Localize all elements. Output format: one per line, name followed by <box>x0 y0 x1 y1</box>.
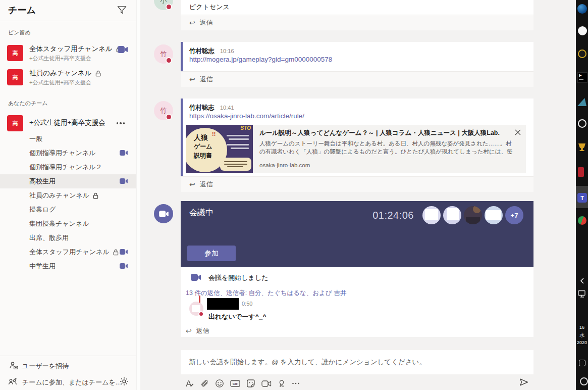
channel-conversation-pane: 小 ピクトセンス ↩ 返信 竹 竹村聡志10:16 http://mogera.… <box>137 0 576 390</box>
reply-button[interactable]: ↩ 返信 <box>186 326 209 335</box>
channel-name: 高校生用 <box>29 174 56 188</box>
show-hidden-icons-chevron[interactable] <box>579 277 585 284</box>
meeting-camera-icon[interactable] <box>118 46 128 53</box>
gear-icon[interactable] <box>120 377 129 386</box>
presence-busy-indicator <box>198 311 204 317</box>
team-header-row[interactable]: 高 +公式生徒用+高卒支援会 <box>0 114 136 132</box>
taskbar-app-icon[interactable] <box>578 119 586 128</box>
link-preview-title: ルール説明～人狼ってどんなゲーム？～ | 人狼コラム・人狼ニュース | 大阪人狼… <box>259 129 513 137</box>
taskbar-app-icon[interactable] <box>577 4 587 14</box>
svg-text:GIF: GIF <box>233 382 238 385</box>
format-icon[interactable] <box>185 379 194 387</box>
message-link[interactable]: http://mogera.jp/gameplay?gid=gm00000005… <box>189 56 332 63</box>
reply-arrow-icon: ↩ <box>186 327 192 335</box>
meeting-started-text: 会議を開始しました <box>208 273 269 282</box>
meeting-camera-icon[interactable] <box>120 249 128 255</box>
meeting-card-body: 会議を開始しました 13 件の返信、送信者: 自分、たぐちはるな、および 吉井 … <box>181 267 533 337</box>
participant-avatar <box>485 206 503 224</box>
sidebar-header: チーム <box>0 0 136 21</box>
pinned-channel-subtitle: +公式生徒用+高卒支援会 <box>29 79 91 86</box>
participant-avatar <box>464 206 482 224</box>
message-header: 竹村聡志10:41 <box>189 103 234 112</box>
sidebar-channel-item[interactable]: 社員のみチャンネル <box>0 188 136 203</box>
sidebar-channel-item[interactable]: 個別指導用チャンネル２ <box>0 160 136 174</box>
close-icon[interactable] <box>515 129 521 135</box>
channel-name: 一般 <box>29 132 42 146</box>
teams-sidebar: チーム ピン留め 高 全体スタッフ用チャンネル +公式生徒用+高卒支援会 高 社… <box>0 0 136 390</box>
taskbar-app-icon[interactable] <box>578 143 585 151</box>
more-options-icon[interactable] <box>117 122 125 124</box>
taskbar-tray-icon[interactable] <box>580 377 588 385</box>
message-card: 竹村聡志10:16 http://mogera.jp/gameplay?gid=… <box>181 42 533 87</box>
emoji-icon[interactable] <box>215 379 224 388</box>
taskbar-app-icon[interactable] <box>578 26 587 35</box>
message-text: ピクトセンス <box>189 3 230 12</box>
invite-users-label: ユーザーを招待 <box>22 362 69 371</box>
message-card: ピクトセンス ↩ 返信 <box>181 0 533 30</box>
gif-icon[interactable]: GIF <box>230 379 240 388</box>
your-teams-section-label: あなたのチーム <box>8 100 48 107</box>
compose-input[interactable]: 新しい会話を開始します。@ を入力して、誰かにメンションしてください。 <box>181 350 533 374</box>
taskbar-app-icon[interactable]: F <box>577 72 587 83</box>
meeting-camera-icon[interactable] <box>120 263 128 269</box>
team-name: +公式生徒用+高卒支援会 <box>29 118 105 127</box>
sidebar-channel-item[interactable]: 授業ログ <box>0 203 136 217</box>
link-preview-thumbnail: STO 人狼 ゲーム 説明書 !! <box>186 125 253 173</box>
unread-marker <box>181 99 183 176</box>
replies-summary-link[interactable]: 13 件の返信、送信者: 自分、たぐちはるな、および 吉井 <box>186 289 346 298</box>
link-preview-domain: osaka-jinro-lab.com <box>259 162 310 168</box>
message-time: 10:16 <box>220 48 234 54</box>
filter-icon[interactable] <box>117 6 127 15</box>
link-preview-card[interactable]: STO 人狼 ゲーム 説明書 !! <box>186 125 526 173</box>
taskbar-clock-date[interactable]: 16 水 2020 <box>576 324 588 347</box>
sidebar-channel-item[interactable]: 全体スタッフ用チャンネル <box>0 245 136 259</box>
reply-button[interactable]: ↩ 返信 <box>181 15 533 30</box>
join-or-create-team-button[interactable]: チームに参加、またはチームを... <box>0 375 136 389</box>
windows-taskbar-edge: F T 16 水 2020 <box>576 0 588 390</box>
pinned-channel-name: 社員のみチャンネル <box>29 69 92 78</box>
invite-users-button[interactable]: ユーザーを招待 <box>0 359 136 373</box>
video-icon[interactable] <box>261 380 272 387</box>
redacted-author-name <box>207 298 239 310</box>
meeting-camera-icon[interactable] <box>120 178 128 184</box>
message-time: 10:41 <box>220 105 234 111</box>
taskbar-app-icon[interactable] <box>577 98 586 106</box>
date-year: 2020 <box>576 339 588 347</box>
date-day: 16 <box>576 324 588 331</box>
page-title: チーム <box>8 4 36 16</box>
taskbar-app-icon[interactable] <box>578 50 586 58</box>
sidebar-channel-item[interactable]: 一般 <box>0 132 136 146</box>
message-author: 竹村聡志 <box>189 47 215 55</box>
sidebar-channel-item[interactable]: 集団授業チャンネル <box>0 217 136 231</box>
join-meeting-button[interactable]: 参加 <box>187 246 236 261</box>
join-team-icon <box>8 377 18 386</box>
sidebar-scrollbar-track[interactable] <box>137 0 140 390</box>
action-center-icon[interactable] <box>579 360 585 366</box>
sidebar-channel-item[interactable]: 個別指導用チャンネル <box>0 146 136 160</box>
network-icon[interactable] <box>578 290 587 298</box>
meeting-camera-icon[interactable] <box>120 150 128 156</box>
more-options-icon[interactable] <box>292 379 300 388</box>
taskbar-app-icon[interactable] <box>578 167 584 177</box>
attach-icon[interactable] <box>200 379 209 388</box>
team-avatar: 高 <box>7 45 23 61</box>
message-link[interactable]: https://osaka-jinro-lab.com/article/rule… <box>189 112 304 120</box>
pinned-channel-item[interactable]: 高 全体スタッフ用チャンネル +公式生徒用+高卒支援会 <box>0 44 136 67</box>
reply-button[interactable]: ↩ 返信 <box>181 176 533 192</box>
sticker-icon[interactable] <box>246 379 255 388</box>
sidebar-channel-item[interactable]: 出席、散歩用 <box>0 231 136 245</box>
presence-busy-indicator <box>166 4 172 10</box>
taskbar-app-icon[interactable] <box>578 216 586 225</box>
send-icon[interactable] <box>519 377 529 387</box>
sidebar-channel-item[interactable]: 中学生用 <box>0 259 136 273</box>
praise-icon[interactable] <box>278 379 286 388</box>
meeting-avatar <box>154 204 173 223</box>
unread-marker <box>181 42 183 71</box>
taskbar-teams-icon[interactable]: T <box>577 193 587 203</box>
sidebar-channel-item-selected[interactable]: 高校生用 <box>0 174 136 188</box>
participant-overflow-badge[interactable]: +7 <box>505 206 523 224</box>
pinned-channel-item[interactable]: 高 社員のみチャンネル +公式生徒用+高卒支援会 <box>0 68 136 91</box>
reply-button[interactable]: ↩ 返信 <box>181 71 533 87</box>
pinned-channel-name: 全体スタッフ用チャンネル <box>29 44 113 54</box>
pinned-section-label: ピン留め <box>8 29 31 36</box>
